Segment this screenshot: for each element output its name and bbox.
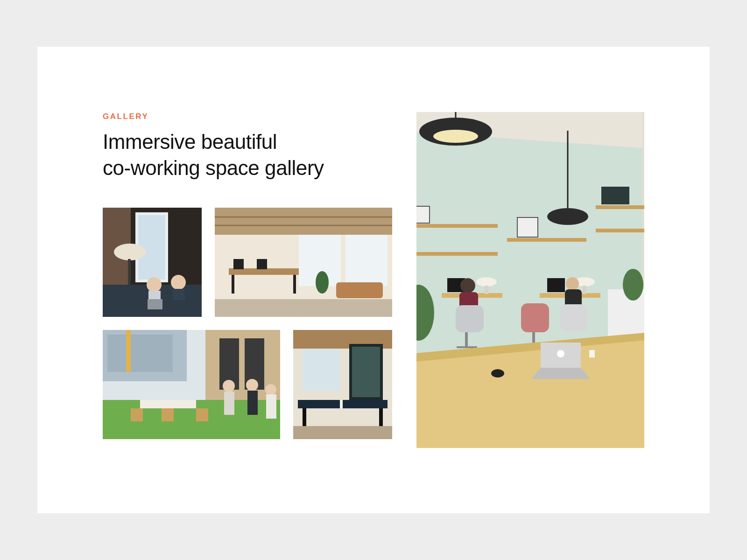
gallery-card: GALLERY Immersive beautiful co-working s…: [37, 47, 710, 513]
svg-rect-19: [229, 268, 299, 275]
svg-point-91: [623, 269, 643, 301]
svg-rect-65: [507, 238, 586, 242]
svg-rect-44: [266, 394, 276, 419]
svg-rect-63: [416, 224, 498, 228]
title-line-2: co-working space gallery: [103, 156, 324, 179]
svg-rect-37: [196, 408, 208, 421]
svg-rect-38: [162, 408, 174, 421]
svg-rect-70: [601, 187, 629, 204]
svg-rect-74: [547, 278, 565, 292]
svg-point-5: [114, 244, 146, 260]
page-title: Immersive beautiful co-working space gal…: [103, 129, 402, 182]
svg-rect-36: [131, 408, 143, 421]
svg-rect-64: [416, 252, 498, 256]
svg-point-41: [246, 379, 258, 391]
svg-point-8: [147, 277, 162, 292]
svg-rect-12: [148, 299, 162, 309]
svg-rect-30: [126, 330, 131, 372]
svg-rect-40: [224, 392, 234, 415]
svg-rect-11: [173, 289, 185, 300]
svg-rect-51: [340, 400, 343, 408]
svg-rect-26: [215, 299, 392, 317]
eyebrow-label: GALLERY: [103, 112, 402, 121]
svg-rect-76: [485, 286, 488, 294]
svg-rect-69: [517, 217, 538, 237]
svg-rect-23: [257, 259, 267, 269]
svg-point-10: [171, 275, 186, 290]
svg-rect-20: [232, 275, 234, 294]
svg-point-60: [433, 130, 478, 143]
hero-image[interactable]: [416, 112, 644, 448]
svg-point-97: [491, 369, 504, 378]
svg-rect-66: [596, 229, 644, 232]
thumb-row-1: [103, 208, 392, 317]
svg-rect-49: [352, 347, 380, 397]
svg-rect-35: [140, 400, 196, 408]
svg-rect-81: [456, 305, 484, 332]
svg-point-43: [265, 384, 276, 395]
svg-rect-84: [521, 303, 549, 332]
thumb-open-office[interactable]: [215, 208, 392, 317]
svg-rect-18: [345, 235, 388, 286]
title-line-1: Immersive beautiful: [103, 130, 277, 153]
svg-rect-25: [336, 282, 383, 298]
svg-rect-88: [560, 304, 587, 331]
thumb-lounge-window[interactable]: [103, 208, 202, 317]
svg-marker-95: [531, 368, 590, 379]
thumb-games-room[interactable]: [293, 330, 392, 439]
svg-rect-21: [293, 275, 296, 294]
svg-point-86: [566, 277, 579, 290]
svg-point-75: [476, 277, 497, 287]
svg-rect-82: [465, 332, 468, 346]
thumb-row-2: [103, 330, 402, 439]
svg-rect-22: [233, 259, 244, 269]
left-column: GALLERY Immersive beautiful co-working s…: [103, 112, 402, 448]
svg-point-62: [547, 208, 588, 225]
svg-rect-14: [215, 208, 392, 235]
svg-point-24: [316, 271, 329, 294]
svg-rect-67: [596, 205, 644, 209]
svg-point-39: [223, 380, 235, 392]
thumb-terrace[interactable]: [103, 330, 280, 439]
svg-rect-42: [247, 391, 258, 415]
svg-rect-68: [416, 206, 430, 223]
svg-rect-47: [303, 349, 340, 391]
svg-rect-78: [583, 286, 586, 294]
svg-rect-54: [293, 426, 392, 439]
svg-point-79: [460, 278, 475, 293]
svg-rect-29: [107, 335, 173, 372]
